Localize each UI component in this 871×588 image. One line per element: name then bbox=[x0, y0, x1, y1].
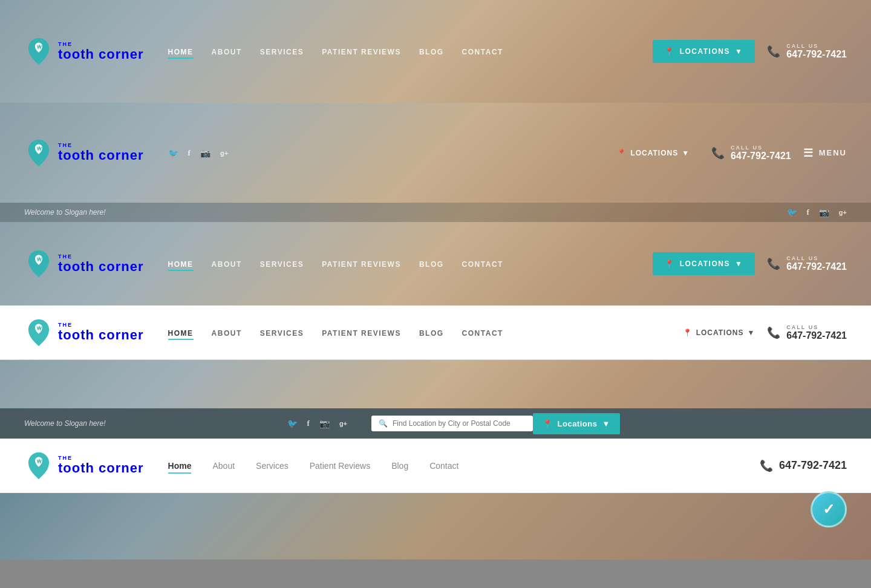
locations-button-v4[interactable]: 📍 LOCATIONS ▼ bbox=[683, 324, 755, 342]
slogan-bar-v6: Welcome to Slogan here! 🐦 f 📷 g+ 🔍 📍 Loc… bbox=[0, 408, 871, 439]
phone-group-v3: 📞 CALL US 647-792-7421 bbox=[767, 255, 847, 272]
logo-text-v3: THE tooth corner bbox=[58, 253, 144, 274]
logo-main-v1: tooth corner bbox=[58, 47, 144, 62]
nav-patient-reviews-v3[interactable]: PATIENT REVIEWS bbox=[322, 260, 401, 269]
social-icons-v2: 🐦 f 📷 g+ bbox=[168, 148, 229, 158]
nav-about-v4[interactable]: ABOUT bbox=[212, 329, 242, 338]
nav-blog-v7[interactable]: Blog bbox=[391, 461, 408, 471]
logo-icon-v1 bbox=[24, 37, 53, 66]
nav-services-v7[interactable]: Services bbox=[256, 461, 289, 471]
nav-contact-v4[interactable]: CONTACT bbox=[462, 329, 503, 338]
nav-blog-v4[interactable]: BLOG bbox=[419, 329, 444, 338]
logo-main-v4: tooth corner bbox=[58, 328, 144, 342]
nav-services-v3[interactable]: SERVICES bbox=[260, 260, 304, 269]
nav-contact-v1[interactable]: CONTACT bbox=[462, 48, 503, 56]
nav-about-v7[interactable]: About bbox=[212, 461, 235, 471]
phone-icon-v3: 📞 bbox=[767, 257, 780, 270]
facebook-icon-v2[interactable]: f bbox=[188, 148, 191, 158]
variant-4-section: THE tooth corner HOME ABOUT SERVICES PAT… bbox=[0, 305, 871, 360]
phone-group-v7: 📞 647-792-7421 bbox=[760, 459, 847, 472]
instagram-icon-slogan-v3[interactable]: 📷 bbox=[819, 207, 829, 217]
locations-search-button-v6[interactable]: 📍 Locations ▼ bbox=[533, 413, 620, 434]
instagram-icon-v2[interactable]: 📷 bbox=[200, 148, 210, 158]
variant-8-section bbox=[0, 493, 871, 560]
locations-label-v3: LOCATIONS bbox=[680, 260, 730, 268]
phone-number-v4[interactable]: 647-792-7421 bbox=[786, 330, 847, 341]
variant-3-section: Welcome to Slogan here! 🐦 f 📷 g+ THE too… bbox=[0, 203, 871, 305]
phone-number-v1[interactable]: 647-792-7421 bbox=[786, 49, 847, 60]
call-us-label-v2: CALL US bbox=[731, 145, 791, 151]
twitter-icon-v6[interactable]: 🐦 bbox=[287, 419, 298, 428]
locations-button-v1[interactable]: 📍 LOCATIONS ▼ bbox=[653, 40, 755, 63]
twitter-icon-slogan-v3[interactable]: 🐦 bbox=[787, 207, 797, 217]
googleplus-icon-v2[interactable]: g+ bbox=[220, 149, 228, 157]
dropdown-arrow-v3: ▼ bbox=[735, 260, 743, 268]
phone-number-v7[interactable]: 647-792-7421 bbox=[779, 459, 847, 472]
logo-variant-1[interactable]: THE tooth corner bbox=[24, 37, 144, 66]
slogan-bar-v3: Welcome to Slogan here! 🐦 f 📷 g+ bbox=[0, 203, 871, 222]
googleplus-icon-v6[interactable]: g+ bbox=[339, 420, 347, 427]
phone-icon-v7: 📞 bbox=[760, 459, 773, 472]
circle-check-button[interactable]: ✓ bbox=[811, 491, 847, 528]
nav-services-v1[interactable]: SERVICES bbox=[260, 48, 304, 56]
nav-home-v1[interactable]: HOME bbox=[168, 48, 194, 59]
dropdown-arrow-v4: ▼ bbox=[747, 328, 755, 337]
nav-patient-reviews-v1[interactable]: PATIENT REVIEWS bbox=[322, 48, 401, 56]
nav-right-v3: 📍 LOCATIONS ▼ 📞 CALL US 647-792-7421 bbox=[653, 252, 847, 275]
nav-right-v1: 📍 LOCATIONS ▼ 📞 CALL US 647-792-7421 bbox=[653, 40, 847, 63]
location-search-input-v6[interactable] bbox=[393, 419, 526, 428]
location-search-v6[interactable]: 🔍 bbox=[371, 416, 533, 431]
phone-icon-v2: 📞 bbox=[711, 146, 725, 160]
variant-6-section: Welcome to Slogan here! 🐦 f 📷 g+ 🔍 📍 Loc… bbox=[0, 408, 871, 439]
logo-text-v1: THE tooth corner bbox=[58, 41, 144, 62]
phone-group-v2: 📞 CALL US 647-792-7421 bbox=[711, 145, 791, 162]
logo-variant-7[interactable]: THE tooth corner bbox=[24, 451, 144, 480]
search-icon-v6: 🔍 bbox=[379, 419, 388, 428]
phone-number-v3[interactable]: 647-792-7421 bbox=[786, 261, 847, 272]
nav-blog-v3[interactable]: BLOG bbox=[419, 260, 444, 269]
slogan-text-v3: Welcome to Slogan here! bbox=[24, 208, 106, 217]
nav-contact-v3[interactable]: CONTACT bbox=[462, 260, 503, 269]
logo-variant-2[interactable]: THE tooth corner bbox=[24, 139, 144, 168]
locations-button-v3[interactable]: 📍 LOCATIONS ▼ bbox=[653, 252, 755, 275]
locations-button-v2[interactable]: 📍 LOCATIONS ▼ bbox=[607, 144, 699, 162]
logo-variant-4[interactable]: THE tooth corner bbox=[24, 318, 144, 347]
menu-button-v2[interactable]: ☰ MENU bbox=[803, 146, 847, 160]
instagram-icon-v6[interactable]: 📷 bbox=[319, 419, 330, 428]
nav-home-v3[interactable]: HOME bbox=[168, 260, 194, 271]
logo-text-v7: THE tooth corner bbox=[58, 455, 144, 475]
nav-blog-v1[interactable]: BLOG bbox=[419, 48, 444, 56]
slogan-text-v6: Welcome to Slogan here! bbox=[24, 419, 106, 428]
phone-text-v1: CALL US 647-792-7421 bbox=[786, 43, 847, 60]
nav-about-v3[interactable]: ABOUT bbox=[212, 260, 242, 269]
nav-links-v7: Home About Services Patient Reviews Blog… bbox=[168, 460, 459, 471]
facebook-icon-slogan-v3[interactable]: f bbox=[807, 207, 809, 217]
variant-2-section: THE tooth corner 🐦 f 📷 g+ 📍 LOCATIONS ▼ … bbox=[0, 103, 871, 203]
logo-text-v4: THE tooth corner bbox=[58, 322, 144, 342]
nav-contact-v7[interactable]: Contact bbox=[429, 461, 458, 471]
nav-home-v7[interactable]: Home bbox=[168, 461, 192, 474]
phone-group-v4: 📞 CALL US 647-792-7421 bbox=[767, 324, 847, 341]
phone-number-v2[interactable]: 647-792-7421 bbox=[731, 151, 791, 162]
menu-label-v2: MENU bbox=[819, 148, 847, 157]
call-us-label-v3: CALL US bbox=[786, 255, 847, 261]
nav-patient-reviews-v4[interactable]: PATIENT REVIEWS bbox=[322, 329, 401, 338]
hamburger-icon-v2: ☰ bbox=[803, 146, 814, 160]
nav-right-v7: 📞 647-792-7421 bbox=[760, 459, 847, 472]
googleplus-icon-slogan-v3[interactable]: g+ bbox=[839, 209, 847, 216]
nav-home-v4[interactable]: HOME bbox=[168, 329, 194, 340]
locations-label-v2: LOCATIONS bbox=[630, 149, 678, 157]
facebook-icon-v6[interactable]: f bbox=[307, 419, 310, 428]
logo-icon-v4 bbox=[24, 318, 53, 347]
logo-variant-3[interactable]: THE tooth corner bbox=[24, 249, 144, 278]
nav-links-v4: HOME ABOUT SERVICES PATIENT REVIEWS BLOG… bbox=[168, 327, 503, 338]
nav-services-v4[interactable]: SERVICES bbox=[260, 329, 304, 338]
dropdown-arrow-v1: ▼ bbox=[735, 47, 743, 56]
dropdown-arrow-search-v6: ▼ bbox=[602, 419, 610, 428]
logo-icon-v3 bbox=[24, 249, 53, 278]
nav-patient-reviews-v7[interactable]: Patient Reviews bbox=[310, 461, 370, 471]
locations-label-v4: LOCATIONS bbox=[696, 328, 744, 337]
social-icons-v6: 🐦 f 📷 g+ bbox=[287, 419, 348, 428]
twitter-icon-v2[interactable]: 🐦 bbox=[168, 148, 178, 158]
nav-about-v1[interactable]: ABOUT bbox=[212, 48, 242, 56]
